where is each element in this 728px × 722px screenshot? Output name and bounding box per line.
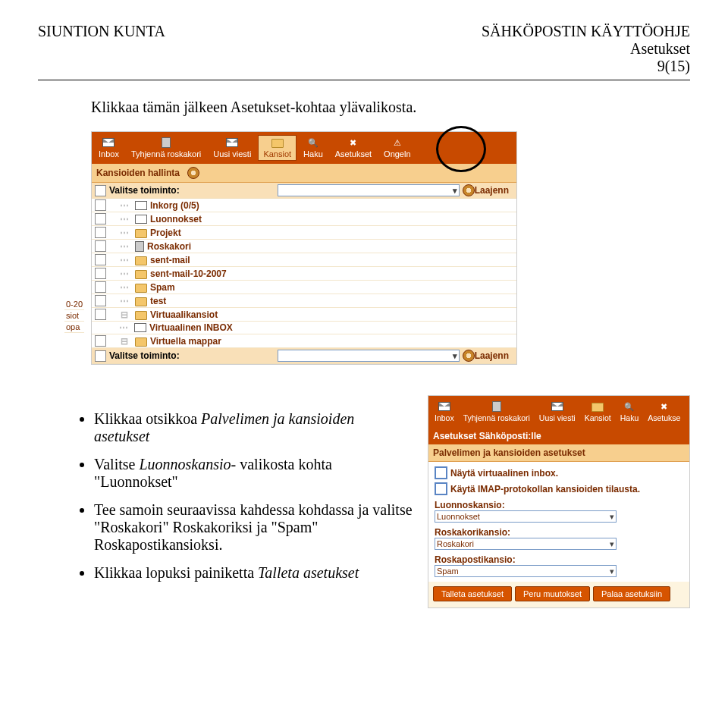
header-right-line1: SÄHKÖPOSTIN KÄYTTÖOHJE [482,23,690,40]
header-right-line2: Asetukset [482,40,690,58]
revert-button[interactable]: Palaa asetuksiin [593,586,670,601]
trash-folder-label: Roskakorikansio: [435,527,683,538]
action-row-top: Valitse toiminto: Laajenn [92,183,516,199]
drafts-icon [135,215,147,224]
compose-icon [225,137,239,148]
folder-icon [135,311,147,320]
toolbar-new-message[interactable]: Uusi viesti [208,135,256,161]
folder-tree: ⋯Inkorg (0/5) ⋯Luonnokset ⋯Projekt ⋯Rosk… [92,199,516,348]
folder-row[interactable]: ⊟Virtuella mappar [92,334,516,348]
folder-icon [135,297,147,306]
expand-link[interactable]: Laajenn [475,350,509,361]
compose-icon [551,401,564,412]
go-icon[interactable] [463,184,475,196]
settings-body: Näytä virtuaalinen inbox. Käytä IMAP-pro… [428,462,689,582]
virtual-inbox-icon [134,323,146,332]
document-header: SIUNTION KUNTA SÄHKÖPOSTIN KÄYTTÖOHJE As… [38,23,690,75]
toolbar-search[interactable]: 🔍 Haku [298,135,328,161]
toolbar-folders[interactable]: Kansiot [258,135,297,161]
checkbox-row: Käytä IMAP-protokollan kansioiden tilaus… [435,482,683,495]
toolbar-settings[interactable]: ✖ Asetukse [643,399,685,425]
checkbox[interactable] [435,466,447,479]
drafts-folder-select[interactable]: Luonnokset [435,510,617,523]
screenshot2: Inbox Tyhjennä roskakori Uusi viesti Kan… [428,395,690,608]
cb-label: Käytä IMAP-protokollan kansioiden tilaus… [450,484,640,494]
header-left: SIUNTION KUNTA [38,23,165,40]
screenshot1-toolbar: Inbox Tyhjennä roskakori Uusi viesti Kan… [92,132,516,164]
checkbox[interactable] [95,185,106,196]
folder-row[interactable]: ⊟Virtuaalikansiot [92,308,516,322]
server-settings-title: Palvelimen ja kansioiden asetukset [428,444,689,462]
tools-icon: ✖ [657,401,671,412]
folder-icon [135,229,147,238]
toolbar-inbox[interactable]: Inbox [93,135,124,161]
folder-icon [135,270,147,279]
trash-icon [159,137,173,148]
screenshot1: 0-20 siot opa Inbox Tyhjennä roskakori U… [91,131,690,365]
tools-icon: ✖ [347,137,360,148]
go-icon[interactable] [463,350,475,362]
toolbar-new-message[interactable]: Uusi viesti [535,399,580,425]
spam-folder-select[interactable]: Spam [435,565,617,577]
checkbox[interactable] [95,350,106,362]
folder-row[interactable]: ⋯Spam [92,281,516,294]
refresh-icon[interactable] [187,167,199,179]
warning-icon: ⚠ [391,137,404,148]
trash-icon [490,401,504,412]
action-select[interactable] [278,350,460,362]
toolbar-problem[interactable]: ⚠ Ongeln [378,135,416,161]
header-right: SÄHKÖPOSTIN KÄYTTÖOHJE Asetukset 9(15) [482,23,690,75]
toolbar-search[interactable]: 🔍 Haku [616,399,644,425]
instruction-item: Tee samoin seuraavissa kahdessa kohdassa… [94,501,413,554]
cutoff-fragments: 0-20 siot opa [64,299,84,333]
cb-label: Näytä virtuaalinen inbox. [450,468,558,479]
folder-icon [591,401,604,412]
action-row-bottom: Valitse toiminto: Laajenn [92,348,516,364]
folder-row[interactable]: ⋯Luonnokset [92,212,516,226]
mail-icon [438,401,451,412]
toolbar-folders[interactable]: Kansiot [580,399,616,425]
settings-title: Asetukset Sähköposti:lle [428,428,689,444]
folder-row[interactable]: ⋯Roskakori [92,240,516,253]
folder-icon [271,137,284,148]
toolbar-inbox[interactable]: Inbox [430,399,459,425]
folder-row[interactable]: ⋯Inkorg (0/5) [92,199,516,212]
header-right-line3: 9(15) [482,58,690,75]
folder-row[interactable]: ⋯sent-mail-10-2007 [92,267,516,281]
folder-management-title: Kansioiden hallinta [92,164,516,183]
action-label: Valitse toiminto: [109,350,180,361]
save-button[interactable]: Talleta asetukset [433,586,512,601]
screenshot2-toolbar: Inbox Tyhjennä roskakori Uusi viesti Kan… [428,396,689,428]
instruction-item: Valitse Luonnoskansio- valikosta kohta "… [94,456,413,491]
mail-icon [102,137,115,148]
trash-folder-select[interactable]: Roskakori [435,538,617,550]
checkbox[interactable] [435,482,447,495]
trash-icon [135,241,144,252]
search-icon: 🔍 [623,401,636,412]
search-icon: 🔍 [306,137,320,148]
spam-folder-label: Roskapostikansio: [435,554,683,565]
instructions-row: Klikkaa otsikkoa Palvelimen ja kansioide… [68,395,690,608]
folder-icon [135,256,147,265]
action-select[interactable] [278,184,460,196]
drafts-folder-label: Luonnoskansio: [435,500,683,510]
folder-icon [135,337,147,347]
folder-row[interactable]: ⋯sent-mail [92,253,516,267]
toolbar-empty-trash[interactable]: Tyhjennä roskakori [459,399,535,425]
folder-row[interactable]: ⋯Projekt [92,226,516,240]
expand-link[interactable]: Laajenn [475,185,509,196]
header-rule [38,80,690,80]
instruction-item: Klikkaa lopuksi painiketta Talleta asetu… [94,564,413,582]
instruction-list: Klikkaa otsikkoa Palvelimen ja kansioide… [68,410,413,593]
button-row: Talleta asetukset Peru muutokset Palaa a… [428,582,689,607]
toolbar-settings[interactable]: ✖ Asetukset [330,135,377,161]
checkbox-row: Näytä virtuaalinen inbox. [435,466,683,479]
folder-row[interactable]: ⋯test [92,294,516,308]
folder-icon [135,284,147,293]
undo-button[interactable]: Peru muutokset [515,586,590,601]
folder-row[interactable]: ⋯Virtuaalinen INBOX [92,322,516,334]
action-label: Valitse toiminto: [109,185,180,196]
toolbar-empty-trash[interactable]: Tyhjennä roskakori [126,135,206,161]
intro-text: Klikkaa tämän jälkeen Asetukset-kohtaa y… [91,99,690,116]
inbox-icon [135,201,147,210]
